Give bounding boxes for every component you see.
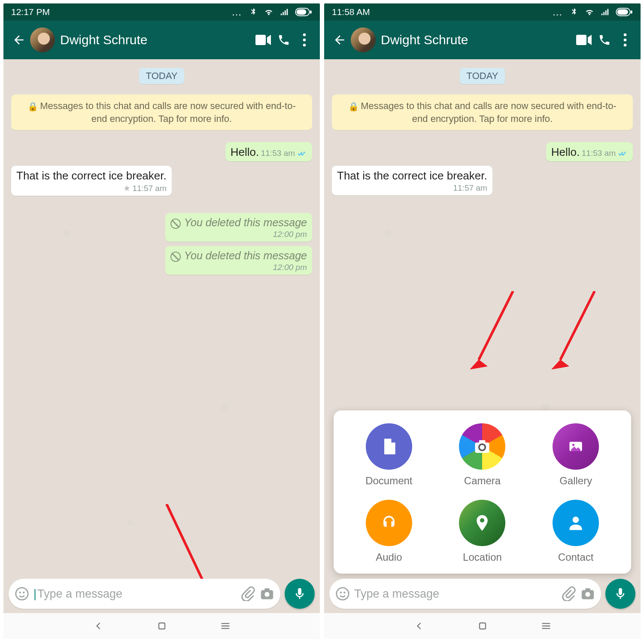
svg-point-34 xyxy=(572,444,575,447)
phone-right: 11:58 AM … Dwight Schrute TODAY 🔒Message… xyxy=(324,3,641,639)
attachment-panel: Document Camera Gallery Audio Location C… xyxy=(334,410,631,574)
chat-header: Dwight Schrute xyxy=(324,21,641,59)
message-text: That is the correct ice breaker. xyxy=(16,169,167,182)
svg-rect-1 xyxy=(297,9,307,15)
input-placeholder: Type a message xyxy=(33,587,237,601)
chat-area[interactable]: TODAY 🔒Messages to this chat and calls a… xyxy=(3,59,320,639)
nav-back-icon[interactable] xyxy=(413,620,425,632)
avatar[interactable] xyxy=(30,27,55,52)
svg-point-5 xyxy=(303,39,306,42)
video-call-button[interactable] xyxy=(253,30,273,50)
svg-line-26 xyxy=(479,291,513,360)
date-chip: TODAY xyxy=(139,68,185,84)
svg-rect-3 xyxy=(255,35,266,45)
nav-recents-icon[interactable] xyxy=(219,620,231,632)
camera-icon[interactable] xyxy=(260,586,274,601)
svg-point-4 xyxy=(303,33,306,36)
attach-audio[interactable]: Audio xyxy=(342,500,436,563)
message-input[interactable]: Type a message xyxy=(9,579,280,609)
message-meta: 12:00 pm xyxy=(170,230,307,239)
video-call-button[interactable] xyxy=(574,30,594,50)
message-in[interactable]: That is the correct ice breaker. ★11:57 … xyxy=(11,166,172,196)
contact-name[interactable]: Dwight Schrute xyxy=(60,33,253,47)
attach-camera[interactable]: Camera xyxy=(436,423,529,487)
signal-icon xyxy=(279,7,289,17)
ban-icon xyxy=(170,252,181,262)
svg-point-6 xyxy=(303,44,306,47)
message-meta: 11:57 am xyxy=(337,183,487,193)
gallery-icon xyxy=(553,423,599,470)
deleted-text: You deleted this message xyxy=(170,249,307,262)
voice-call-button[interactable] xyxy=(594,30,615,50)
svg-rect-22 xyxy=(576,35,586,45)
message-text: That is the correct ice breaker. xyxy=(337,169,487,182)
svg-point-13 xyxy=(264,592,269,597)
back-button[interactable] xyxy=(329,30,350,50)
annotation-arrow xyxy=(547,291,599,379)
message-deleted[interactable]: You deleted this message 12:00 pm xyxy=(165,246,312,275)
emoji-icon[interactable] xyxy=(335,586,350,601)
camera-icon xyxy=(459,423,505,470)
svg-point-24 xyxy=(624,39,627,42)
encryption-banner[interactable]: 🔒Messages to this chat and calls are now… xyxy=(332,94,633,130)
status-bar: 11:58 AM … xyxy=(324,3,641,21)
phone-left: 12:17 PM … Dwight Schrute TODAY 🔒Message… xyxy=(3,3,320,639)
menu-button[interactable] xyxy=(615,30,635,50)
menu-button[interactable] xyxy=(294,30,315,50)
emoji-icon[interactable] xyxy=(15,586,29,601)
voice-call-button[interactable] xyxy=(273,30,294,50)
battery-icon xyxy=(295,7,312,17)
nav-home-icon[interactable] xyxy=(156,620,168,632)
attach-document[interactable]: Document xyxy=(342,423,436,487)
back-button[interactable] xyxy=(9,30,29,50)
wifi-icon xyxy=(264,7,273,17)
message-out[interactable]: Hello. 11:53 am xyxy=(546,142,633,161)
attachment-icon[interactable] xyxy=(562,586,576,601)
nav-recents-icon[interactable] xyxy=(540,620,552,632)
message-meta: 12:00 pm xyxy=(170,263,307,272)
ban-icon xyxy=(170,219,181,229)
nav-home-icon[interactable] xyxy=(477,620,489,632)
attachment-icon[interactable] xyxy=(241,586,255,601)
message-out[interactable]: Hello. 11:53 am xyxy=(225,142,312,161)
contact-name[interactable]: Dwight Schrute xyxy=(381,33,574,47)
chat-header: Dwight Schrute xyxy=(3,21,320,59)
avatar[interactable] xyxy=(351,27,376,52)
signal-icon xyxy=(600,7,610,17)
svg-rect-20 xyxy=(617,9,628,15)
message-meta: ★11:57 am xyxy=(16,183,167,193)
attach-location[interactable]: Location xyxy=(436,500,529,563)
camera-icon[interactable] xyxy=(580,586,595,601)
read-ticks-icon xyxy=(618,149,628,158)
message-in[interactable]: That is the correct ice breaker. 11:57 a… xyxy=(332,166,492,195)
bluetooth-icon xyxy=(249,7,258,17)
audio-icon xyxy=(366,500,412,546)
message-text: Hello. xyxy=(231,146,259,158)
attach-gallery[interactable]: Gallery xyxy=(529,423,623,487)
mic-button[interactable] xyxy=(285,579,315,609)
svg-marker-29 xyxy=(552,360,569,369)
attach-contact[interactable]: Contact xyxy=(529,500,623,563)
message-input[interactable]: Type a message xyxy=(329,579,601,609)
nav-back-icon[interactable] xyxy=(92,620,104,632)
contact-icon xyxy=(553,500,599,546)
svg-point-11 xyxy=(23,592,24,593)
message-deleted[interactable]: You deleted this message 12:00 pm xyxy=(165,213,312,242)
status-icons: … xyxy=(231,6,312,18)
android-nav-bar xyxy=(324,613,641,639)
status-time: 11:58 AM xyxy=(332,7,370,17)
encryption-banner[interactable]: 🔒Messages to this chat and calls are now… xyxy=(11,94,312,130)
chat-area[interactable]: TODAY 🔒Messages to this chat and calls a… xyxy=(324,59,641,639)
message-meta: 11:53 am xyxy=(582,149,628,158)
svg-point-37 xyxy=(340,592,342,593)
svg-rect-32 xyxy=(479,440,486,443)
battery-icon xyxy=(616,7,633,17)
svg-point-35 xyxy=(573,516,579,523)
svg-point-36 xyxy=(337,588,349,600)
android-nav-bar xyxy=(3,613,320,639)
message-text: Hello. xyxy=(551,146,580,158)
svg-rect-42 xyxy=(480,623,486,629)
svg-rect-21 xyxy=(631,10,632,14)
star-icon: ★ xyxy=(123,183,131,193)
mic-button[interactable] xyxy=(605,579,635,609)
